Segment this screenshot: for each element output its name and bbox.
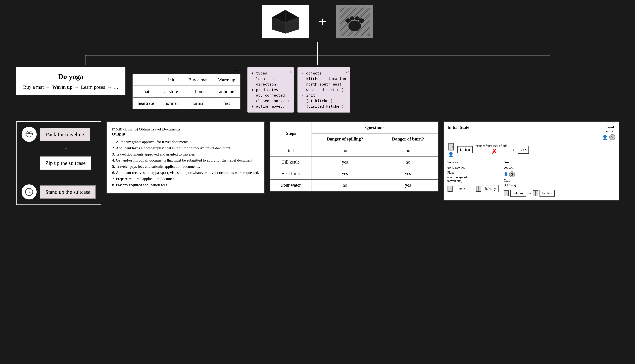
pddl-panels: ↩ (:types location direction) (:predicat… <box>247 67 350 113</box>
travel-docs-list: Authority grants approval for travel doc… <box>112 139 259 188</box>
kettle-row3-col0: Pour water <box>270 180 312 191</box>
arrow-to-kitchen-icon: → <box>527 191 531 196</box>
plus-sign: + <box>319 14 327 30</box>
corner-icon-2: ↩ <box>346 68 349 76</box>
paw-image <box>336 5 373 38</box>
planner-panel: Initial State Goal: get coin 👤 $ <box>444 121 619 201</box>
kettle-row1-col1: yes <box>312 156 378 168</box>
plan1-steps: open_door(north) move(north) <box>447 176 499 183</box>
goal2-text: get coin <box>504 166 555 170</box>
planner-fails-text: Planner fails; lack of info <box>475 144 508 148</box>
connector-area <box>33 42 602 65</box>
yoga-arrow1: → <box>45 84 50 90</box>
kettle-table: Steps Questions Danger of spilling? Dang… <box>270 122 438 191</box>
yoga-title: Do yoga <box>23 72 118 81</box>
plan1-label: Plan: <box>447 171 499 174</box>
input-label: Input: <box>112 126 122 132</box>
list-item: Pay any required application fees. <box>116 182 259 188</box>
goal2-coin-icon: $ <box>509 172 515 178</box>
state-header-2: Buy a mat <box>183 74 213 86</box>
task-zip: Zip up the suitcase <box>40 156 91 170</box>
kitchen-label-2: kitchen <box>454 185 469 192</box>
row0-col3: at home <box>213 86 240 98</box>
table-row: mat at store at home at home <box>132 86 240 98</box>
yoga-step3: Learn poses <box>81 84 105 90</box>
goal-coin-icon: $ <box>609 134 615 140</box>
list-item: Travel documents approved and granted to… <box>116 151 259 158</box>
list-item: Applicant receives letter, passport, vis… <box>116 170 259 176</box>
list-item: Traveler pays fees and submits applicati… <box>116 164 259 170</box>
corner-icon-1: ↩ <box>289 68 292 76</box>
planner-goal-text: get coin <box>602 129 615 133</box>
clock-icon-circle <box>22 184 37 200</box>
planner-initial-state-title: Initial State <box>447 125 469 138</box>
svg-point-12 <box>355 16 360 20</box>
kettle-row2-col2: yes <box>378 168 438 180</box>
top-section: + <box>262 0 373 38</box>
list-item: Prepare required application documents. <box>116 176 259 182</box>
kettle-row1-col0: Fill kettle <box>270 156 312 168</box>
yoga-panel: Do yoga Buy a mat → Warm up → Learn pose… <box>16 67 126 96</box>
kitchen-person-icon: 👤 <box>448 152 454 157</box>
arrow-to-balcony-icon: → <box>471 186 475 191</box>
task-stand: Stand up the suitcase <box>40 185 96 199</box>
kettle-header-steps: Steps <box>270 122 312 145</box>
table-row: Heat for 5' yes yes <box>270 168 438 180</box>
kitchen-label: kitchen <box>457 146 473 153</box>
list-item: Get and/or fill out all documents that m… <box>116 157 259 164</box>
kettle-row2-col0: Heat for 5' <box>270 168 312 180</box>
table-row: Fill kettle yes no <box>270 156 438 168</box>
row1-col2: normal <box>183 98 213 109</box>
table-row: Steps Questions <box>270 122 438 133</box>
task-row-3: Stand up the suitcase <box>22 184 96 200</box>
middle-row: Do yoga Buy a mat → Warm up → Learn pose… <box>16 67 619 113</box>
table-row: init no no <box>270 145 438 156</box>
yoga-arrow2: → <box>74 84 79 90</box>
brain-icon-circle <box>22 127 37 142</box>
kettle-row0-col1: no <box>312 145 378 156</box>
state-area: → init Buy a mat Warm up mat at store at… <box>132 67 240 109</box>
arrow-right-2-icon: → <box>510 147 515 153</box>
cube-image <box>262 5 309 38</box>
row1-col0: heartrate <box>132 98 159 109</box>
kitchen-door-icon-3 <box>533 190 538 196</box>
input-text: (How to) Obtain Travel Documents <box>123 127 180 131</box>
kettle-row3-col1: no <box>312 180 378 191</box>
yoga-arrow3: → <box>107 84 112 90</box>
plan2-steps: pick(coin) <box>504 184 555 187</box>
output-label: Output: <box>112 132 259 137</box>
kettle-row2-col1: yes <box>312 168 378 180</box>
balcony-door-icon <box>476 186 481 192</box>
task-row-2: Zip up the suitcase <box>22 156 96 170</box>
red-x-icon: ✗ <box>491 148 497 156</box>
bottom-row: Pack for traveling ↑ Zip up the suitcase… <box>16 121 619 205</box>
input-line: Input: (How to) Obtain Travel Documents <box>112 126 259 132</box>
balcony-label: balcony <box>483 185 499 192</box>
yoga-step2: Warm up <box>52 84 73 90</box>
table-row: heartrate normal normal fast <box>132 98 240 109</box>
kettle-panel: Steps Questions Danger of spilling? Dang… <box>269 121 439 192</box>
table-row: Pour water no yes <box>270 180 438 191</box>
row0-col1: at store <box>159 86 183 98</box>
kettle-subheader-1: Danger of spilling? <box>312 133 378 145</box>
svg-point-31 <box>452 146 453 148</box>
pddl-content-2: (:objects kitchen - location north south… <box>302 70 346 109</box>
arrow-right-icon: → <box>485 149 490 154</box>
state-arrow: → <box>132 67 240 74</box>
pddl-panel-2: ↩ (:objects kitchen - location north sou… <box>297 67 350 113</box>
state-table: init Buy a mat Warm up mat at store at h… <box>132 74 240 109</box>
goal2-label: Goal: <box>504 160 555 164</box>
task-pack: Pack for traveling <box>40 128 90 141</box>
main-container: + <box>0 0 635 364</box>
travel-docs-panel: Input: (How to) Obtain Travel Documents … <box>106 121 264 194</box>
row1-col1: normal <box>159 98 183 109</box>
arrow-up: ↑ <box>22 145 96 153</box>
balcony-label-2: balcony <box>510 190 526 197</box>
state-header-0 <box>132 74 159 86</box>
yoga-step1: Buy a mat <box>23 84 44 90</box>
pddl-panel-1: ↩ (:types location direction) (:predicat… <box>247 67 294 113</box>
kettle-row0-col0: init <box>270 145 312 156</box>
svg-point-10 <box>345 18 351 23</box>
kitchen-door-icon <box>447 142 455 151</box>
question-mark-box: ??? <box>518 146 529 154</box>
